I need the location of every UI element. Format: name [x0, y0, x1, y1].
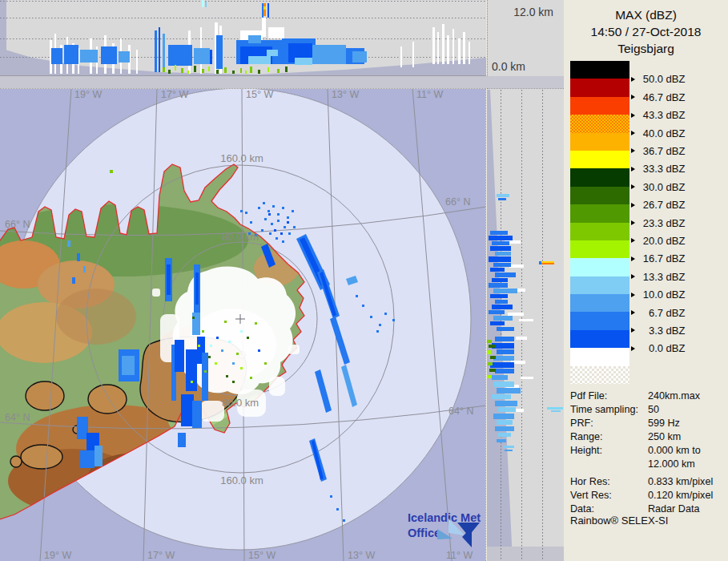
tick-arrow-icon — [631, 77, 635, 82]
ring-label: 80.0 km — [222, 397, 259, 409]
side-profile-panel — [487, 88, 564, 561]
dbz-label: 16.7 dBZ — [631, 253, 685, 264]
lon-label: 13° W — [348, 550, 375, 561]
tick-arrow-icon — [631, 184, 635, 189]
top-profile-panel — [0, 0, 486, 76]
imo-logo-text-line2: Office — [408, 527, 440, 539]
dbz-swatch — [570, 79, 629, 96]
tick-arrow-icon — [631, 310, 635, 315]
top-profile-chart — [0, 0, 486, 76]
dbz-swatch — [570, 115, 629, 132]
map-panel[interactable]: 19° W 17° W 15° W 13° W 11° W 19° W 17° … — [0, 88, 486, 561]
tick-arrow-icon — [631, 328, 635, 333]
dbz-label: 3.3 dBZ — [631, 325, 685, 336]
lon-label: 11° W — [416, 89, 443, 100]
lat-label: 66° N — [5, 219, 30, 230]
lon-label: 19° W — [74, 89, 102, 100]
ring-label: 160.0 km — [220, 152, 263, 164]
tick-arrow-icon — [631, 346, 635, 351]
dbz-label: 10.0 dBZ — [631, 289, 685, 301]
tick-arrow-icon — [631, 148, 635, 153]
dbz-label: 40.0 dBZ — [631, 127, 685, 139]
lon-label: 17° W — [161, 89, 188, 100]
dbz-label: 50.0 dBZ — [631, 74, 685, 85]
metadata-label: Height: — [570, 444, 648, 458]
dbz-swatch — [570, 97, 629, 115]
lon-label: 19° W — [44, 550, 71, 561]
lon-label: 13° W — [332, 89, 359, 100]
side-profile-chart — [487, 89, 564, 561]
radar-site-name: Teigsbjarg — [564, 40, 728, 57]
metadata-row: Vert Res:0.120 km/pixel — [570, 489, 726, 502]
dbz-label: 13.3 dBZ — [631, 271, 685, 282]
metadata-value: 0.833 km/pixel — [648, 476, 713, 487]
high-dbz-marker — [541, 261, 554, 263]
dbz-swatches — [570, 61, 629, 384]
height-min-label: 0.0 km — [492, 60, 525, 73]
metadata-row: 12.000 km — [570, 458, 726, 471]
tick-arrow-icon — [631, 95, 635, 99]
tick-arrow-icon — [631, 167, 635, 172]
dbz-label: 43.3 dBZ — [631, 110, 685, 121]
metadata-row: PRF:599 Hz — [570, 417, 726, 430]
legend-title-block: MAX (dBZ) 14:50 / 27-Oct-2018 Teigsbjarg — [564, 6, 728, 57]
imo-logo-text-line1: Icelandic Met — [408, 511, 481, 524]
tick-arrow-icon — [631, 113, 635, 118]
metadata-value: 240km.max — [648, 390, 700, 402]
profile-bottom-band — [487, 547, 564, 561]
metadata-label: PRF: — [570, 417, 648, 430]
lat-label: 66° N — [445, 196, 470, 208]
tick-arrow-icon — [631, 203, 635, 208]
dbz-swatch — [570, 223, 629, 240]
dbz-label: 0.0 dBZ — [631, 343, 685, 354]
legend-panel: MAX (dBZ) 14:50 / 27-Oct-2018 Teigsbjarg… — [564, 0, 728, 561]
dbz-label: 46.7 dBZ — [631, 91, 685, 103]
metadata-row: Pdf File:240km.max — [570, 389, 726, 403]
dbz-swatch — [570, 258, 629, 276]
cyan-echo-dash — [547, 407, 563, 410]
dbz-swatch — [570, 61, 629, 79]
dbz-swatch — [570, 187, 629, 204]
metadata-label: Pdf File: — [570, 389, 648, 403]
map-chart: 19° W 17° W 15° W 13° W 11° W 19° W 17° … — [0, 89, 485, 561]
metadata-row: Range:250 km — [570, 430, 726, 444]
dbz-swatch — [570, 348, 629, 365]
tick-arrow-icon — [631, 293, 635, 297]
tick-arrow-icon — [631, 274, 635, 279]
ring-label: 160.0 km — [220, 474, 263, 486]
metadata-row: Height:0.000 km to — [570, 444, 726, 458]
panel-separator — [0, 76, 564, 88]
dbz-swatch — [570, 294, 629, 312]
high-dbz-marker — [539, 261, 541, 264]
lon-label: 17° W — [147, 550, 175, 561]
cyan-echo-dash — [551, 410, 561, 412]
height-scale: 12.0 km 0.0 km — [487, 0, 564, 76]
dbz-swatch — [570, 151, 629, 168]
dbz-label: 36.7 dBZ — [631, 145, 685, 156]
lon-label: 15° W — [246, 89, 273, 100]
dbz-swatch — [570, 312, 629, 329]
metadata-value: 0.120 km/pixel — [648, 490, 713, 501]
tick-arrow-icon — [631, 131, 635, 135]
metadata-value: 0.000 km to — [648, 445, 701, 456]
high-dbz-marker — [541, 263, 554, 264]
metadata-label: Time sampling: — [570, 403, 648, 417]
metadata-value: Radar Data — [648, 503, 699, 515]
lat-label: 64° N — [448, 406, 473, 417]
metadata-label: Vert Res: — [570, 489, 648, 502]
ring-label: 80.0 km — [222, 231, 259, 243]
dbz-label: 26.7 dBZ — [631, 200, 685, 211]
height-max-label: 12.0 km — [513, 6, 553, 18]
dbz-swatch — [570, 366, 629, 384]
lon-label: 15° W — [248, 550, 276, 561]
dbz-label: 6.7 dBZ — [631, 307, 685, 318]
tick-arrow-icon — [631, 238, 635, 243]
dbz-swatch — [570, 240, 629, 258]
software-brand: Rainbow® SELEX-SI — [570, 515, 668, 527]
tick-arrow-icon — [631, 220, 635, 225]
dbz-swatch — [570, 168, 629, 186]
dbz-label: 30.0 dBZ — [631, 181, 685, 192]
metadata-label: Range: — [570, 430, 648, 444]
product-title: MAX (dBZ) — [564, 6, 728, 23]
dbz-swatch — [570, 133, 629, 151]
